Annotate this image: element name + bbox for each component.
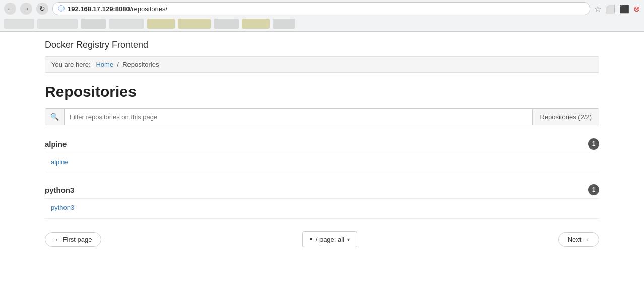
bookmark-4[interactable] <box>109 19 144 29</box>
repo-group-header-python3: python3 1 <box>45 181 599 199</box>
extension-icon-2[interactable]: ⬛ <box>619 4 629 14</box>
address-url-bar[interactable]: ⓘ 192.168.17.129:8080/repositories/ <box>52 2 590 15</box>
bookmarks-bar <box>0 17 644 31</box>
back-button[interactable]: ← <box>4 3 16 15</box>
repo-group-python3: python3 1 python3 <box>45 181 599 219</box>
address-bar: ← → ↻ ⓘ 192.168.17.129:8080/repositories… <box>0 0 644 17</box>
bookmark-1[interactable] <box>4 19 34 29</box>
repo-count-badge-python3: 1 <box>588 184 599 195</box>
repo-group-alpine: alpine 1 alpine <box>45 135 599 173</box>
bookmark-star-icon[interactable]: ☆ <box>594 4 601 14</box>
extension-icon-3[interactable]: ⊗ <box>633 4 640 14</box>
filter-bar: 🔍 Repositories (2/2) <box>45 108 599 125</box>
url-text: 192.168.17.129:8080/repositories/ <box>68 5 167 13</box>
refresh-button[interactable]: ↻ <box>36 3 48 15</box>
page-select-button[interactable]: ▪ / page: all ▾ <box>302 231 357 247</box>
search-icon: 🔍 <box>45 109 65 125</box>
bookmark-5[interactable] <box>147 19 175 29</box>
repo-group-name-alpine: alpine <box>45 140 67 149</box>
bookmark-9[interactable] <box>273 19 295 29</box>
breadcrumb-current: Repositories <box>122 61 159 68</box>
repo-group-name-python3: python3 <box>45 186 74 194</box>
bookmark-7[interactable] <box>214 19 239 29</box>
page-select-icon: ▪ <box>310 235 313 244</box>
repo-link-python3[interactable]: python3 <box>45 203 80 212</box>
repo-count-badge-alpine: 1 <box>588 138 599 150</box>
bookmark-2[interactable] <box>37 19 78 29</box>
bookmark-8[interactable] <box>242 19 270 29</box>
repo-group-header-alpine: alpine 1 <box>45 135 599 153</box>
breadcrumb-prefix: You are here: <box>51 61 91 68</box>
browser-chrome: ← → ↻ ⓘ 192.168.17.129:8080/repositories… <box>0 0 644 32</box>
breadcrumb: You are here: Home / Repositories <box>45 56 599 73</box>
app-title: Docker Registry Frontend <box>45 40 599 50</box>
page-content: Docker Registry Frontend You are here: H… <box>25 32 619 263</box>
breadcrumb-separator: / <box>117 61 119 68</box>
bookmark-3[interactable] <box>81 19 106 29</box>
page-heading: Repositories <box>45 83 599 100</box>
chevron-down-icon: ▾ <box>347 237 350 242</box>
info-icon: ⓘ <box>58 4 65 13</box>
filter-input[interactable] <box>65 109 532 125</box>
repo-link-alpine[interactable]: alpine <box>45 157 75 167</box>
forward-button[interactable]: → <box>20 3 32 15</box>
breadcrumb-home-link[interactable]: Home <box>96 61 113 68</box>
filter-count-badge: Repositories (2/2) <box>532 109 599 125</box>
extension-icon-1[interactable]: ⬜ <box>605 4 615 14</box>
pagination-bar: ← First page ▪ / page: all ▾ Next → <box>45 231 599 255</box>
page-select-label: / page: all <box>316 236 344 243</box>
repository-list: alpine 1 alpine python3 1 python3 <box>45 135 599 219</box>
first-page-button[interactable]: ← First page <box>45 232 101 247</box>
next-button[interactable]: Next → <box>558 232 599 247</box>
bookmark-6[interactable] <box>178 19 211 29</box>
